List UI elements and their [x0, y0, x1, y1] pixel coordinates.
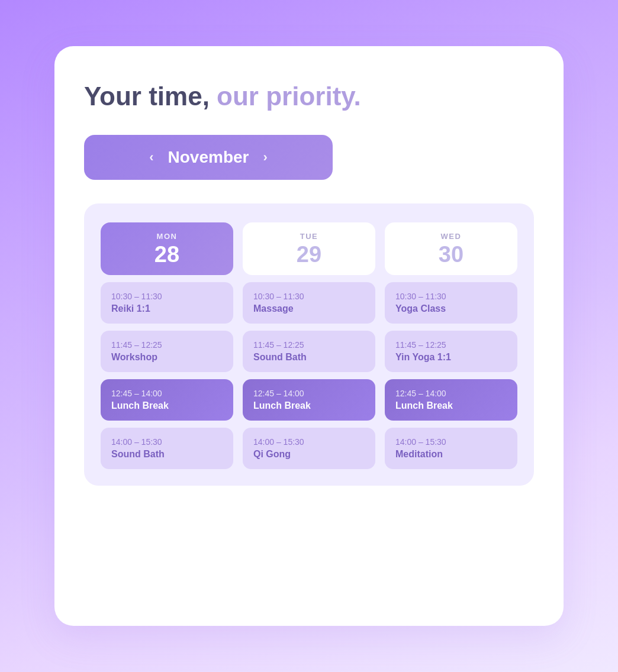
event-name: Sound Bath — [111, 449, 223, 460]
month-nav[interactable]: ‹ November › — [84, 135, 333, 180]
event-name: Massage — [253, 303, 365, 314]
schedule-grid: MON 28 10:30 – 11:30 Reiki 1:1 11:45 – 1… — [101, 222, 517, 469]
event-card[interactable]: 14:00 – 15:30 Sound Bath — [101, 428, 233, 469]
event-time: 12:45 – 14:00 — [111, 389, 223, 398]
event-name: Meditation — [395, 449, 507, 460]
headline: Your time, our priority. — [84, 82, 534, 111]
month-label: November — [168, 148, 249, 167]
event-time: 14:00 – 15:30 — [395, 437, 507, 447]
column-mon: MON 28 10:30 – 11:30 Reiki 1:1 11:45 – 1… — [101, 222, 233, 469]
event-card-lunch[interactable]: 12:45 – 14:00 Lunch Break — [243, 379, 375, 421]
event-name: Yoga Class — [395, 303, 507, 314]
event-time: 11:45 – 12:25 — [111, 340, 223, 350]
day-number-mon: 28 — [110, 243, 224, 266]
day-header-wed: WED 30 — [385, 222, 517, 275]
main-card: Your time, our priority. ‹ November › MO… — [54, 46, 564, 626]
headline-part2: our priority. — [210, 82, 361, 111]
event-time: 12:45 – 14:00 — [253, 389, 365, 398]
day-name-mon: MON — [110, 232, 224, 241]
event-time: 10:30 – 11:30 — [395, 292, 507, 301]
event-card[interactable]: 10:30 – 11:30 Reiki 1:1 — [101, 282, 233, 324]
day-number-tue: 29 — [252, 243, 366, 266]
event-card[interactable]: 14:00 – 15:30 Qi Gong — [243, 428, 375, 469]
day-header-mon: MON 28 — [101, 222, 233, 275]
event-name: Lunch Break — [395, 400, 507, 411]
event-name: Reiki 1:1 — [111, 303, 223, 314]
event-name: Workshop — [111, 352, 223, 363]
event-card-lunch[interactable]: 12:45 – 14:00 Lunch Break — [101, 379, 233, 421]
event-time: 11:45 – 12:25 — [395, 340, 507, 350]
event-name: Sound Bath — [253, 352, 365, 363]
event-time: 14:00 – 15:30 — [111, 437, 223, 447]
day-name-tue: TUE — [252, 232, 366, 241]
event-time: 10:30 – 11:30 — [253, 292, 365, 301]
event-time: 14:00 – 15:30 — [253, 437, 365, 447]
next-month-arrow[interactable]: › — [263, 150, 267, 165]
event-card[interactable]: 14:00 – 15:30 Meditation — [385, 428, 517, 469]
prev-month-arrow[interactable]: ‹ — [149, 150, 153, 165]
column-wed: WED 30 10:30 – 11:30 Yoga Class 11:45 – … — [385, 222, 517, 469]
event-card[interactable]: 11:45 – 12:25 Workshop — [101, 331, 233, 372]
event-card[interactable]: 10:30 – 11:30 Massage — [243, 282, 375, 324]
event-card[interactable]: 10:30 – 11:30 Yoga Class — [385, 282, 517, 324]
event-name: Lunch Break — [111, 400, 223, 411]
event-card-lunch[interactable]: 12:45 – 14:00 Lunch Break — [385, 379, 517, 421]
event-time: 11:45 – 12:25 — [253, 340, 365, 350]
event-card[interactable]: 11:45 – 12:25 Sound Bath — [243, 331, 375, 372]
event-name: Yin Yoga 1:1 — [395, 352, 507, 363]
schedule-area: MON 28 10:30 – 11:30 Reiki 1:1 11:45 – 1… — [84, 203, 534, 486]
column-tue: TUE 29 10:30 – 11:30 Massage 11:45 – 12:… — [243, 222, 375, 469]
day-name-wed: WED — [394, 232, 508, 241]
event-time: 10:30 – 11:30 — [111, 292, 223, 301]
day-number-wed: 30 — [394, 243, 508, 266]
event-name: Lunch Break — [253, 400, 365, 411]
event-name: Qi Gong — [253, 449, 365, 460]
event-card[interactable]: 11:45 – 12:25 Yin Yoga 1:1 — [385, 331, 517, 372]
headline-part1: Your time, — [84, 82, 210, 111]
event-time: 12:45 – 14:00 — [395, 389, 507, 398]
day-header-tue: TUE 29 — [243, 222, 375, 275]
